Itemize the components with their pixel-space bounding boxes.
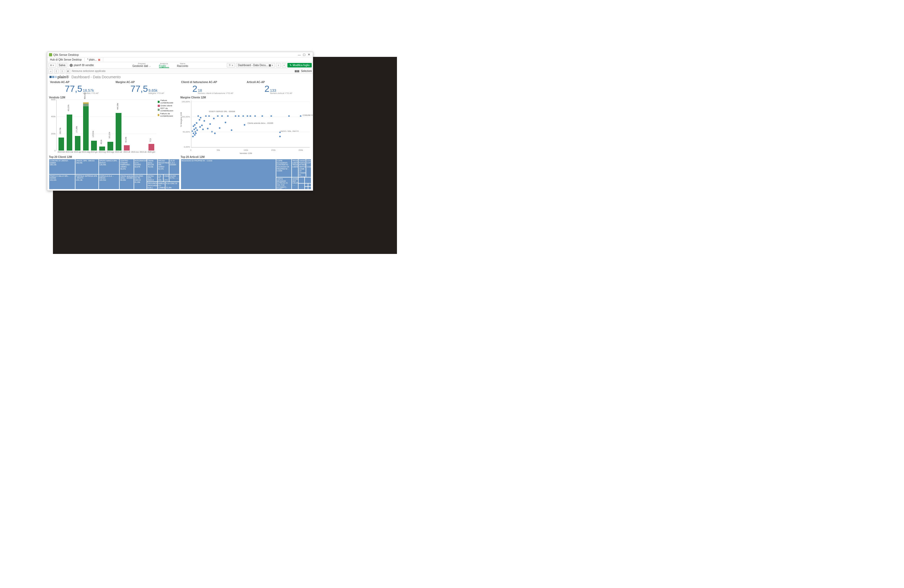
nav-narrate[interactable]: Narra Racconto: [177, 63, 188, 68]
menu-button[interactable]: ≡ ▾: [49, 63, 56, 68]
app-icon: [49, 53, 52, 56]
window-close[interactable]: ✕: [307, 53, 311, 56]
nav-analyze[interactable]: Analizza Foglio ⌄: [159, 63, 169, 68]
app-globe-icon: [70, 64, 73, 67]
tab-close-icon[interactable]: ▣: [98, 58, 100, 61]
chart-venduto-12m[interactable]: Venduto 12M 0200k400k600k152,73k2019-feb…: [49, 96, 180, 154]
smart-search-button[interactable]: ⌕: [49, 69, 53, 73]
edit-sheet-button[interactable]: ✎Modifica foglio: [288, 63, 312, 68]
nav-prepare[interactable]: Prepara Gestione dati ⌄: [133, 63, 151, 68]
prev-sheet-button[interactable]: ‹: [276, 63, 281, 68]
save-button[interactable]: Salva: [57, 63, 67, 68]
clear-selections-button[interactable]: ⊘: [66, 69, 70, 73]
kpi-margine[interactable]: Margine AC-AP 77,5 9,65kMargine YTD AP: [115, 80, 180, 95]
sheet-dropdown[interactable]: Dashboard - Data Docu... ▦ ▾: [236, 63, 275, 68]
chevron-down-icon: ⌄: [149, 65, 151, 67]
titlebar: Qlik Sense Desktop — ▢ ✕: [47, 52, 313, 57]
treemap-top-clienti[interactable]: Top 20 Clienti 12M COMUNE DI LIMENA - 02…: [49, 155, 180, 189]
window-title: Qlik Sense Desktop: [53, 53, 79, 56]
window-minimize[interactable]: —: [297, 53, 302, 56]
bookmark-button[interactable]: ⚐ ▾: [227, 63, 235, 68]
page-title: Dashboard - Data Documento: [71, 75, 121, 79]
tab-row: Hub di Qlik Sense Desktop * plain... ▣: [47, 57, 313, 62]
toolbar: ≡ ▾ Salva plain® BI vendite Prepara Gest…: [47, 62, 313, 68]
step-forward-button[interactable]: ⟩: [60, 69, 64, 73]
tab-app[interactable]: * plain... ▣: [85, 58, 103, 61]
selections-panel-icon[interactable]: ▦▦: [294, 69, 299, 73]
app-window: Qlik Sense Desktop — ▢ ✕ Hub di Qlik Sen…: [47, 52, 313, 191]
kpi-venduto[interactable]: Venduto AC-AP 77,5 18,57kVenduto YTD AP: [49, 80, 115, 95]
page-header: plain® Dashboard - Data Documento: [47, 74, 313, 80]
brand-logo: plain®: [49, 75, 69, 79]
chevron-down-icon: ⌄: [167, 65, 169, 67]
chart-margine-cliente-12m[interactable]: Margine Cliente 12M % Margine 12M Vendut…: [180, 96, 311, 154]
tab-hub[interactable]: Hub di Qlik Sense Desktop: [47, 58, 85, 61]
selections-label[interactable]: Selezioni: [301, 69, 312, 73]
step-back-button[interactable]: ⟨: [54, 69, 58, 73]
kpi-clienti[interactable]: Clienti di fatturazione AC-AP 2 18Numero…: [180, 80, 246, 95]
pencil-icon: ✎: [289, 64, 292, 67]
selection-bar: ⌕ ⟨ ⟩ ⊘ Nessuna selezione applicata ▦▦ S…: [47, 68, 313, 74]
app-name: plain® BI vendite: [74, 64, 94, 67]
sheet-icon: ▦: [269, 64, 271, 67]
kpi-articoli[interactable]: Articoli AC-AP 2 133Numero Articoli YTD …: [246, 80, 311, 95]
no-selection-text: Nessuna selezione applicata: [72, 69, 105, 73]
window-maximize[interactable]: ▢: [302, 53, 307, 56]
next-sheet-button[interactable]: ›: [282, 63, 286, 68]
treemap-top-articoli[interactable]: Top 20 Articoli 12M NOLEGGIO DI PROPRIET…: [181, 155, 311, 189]
